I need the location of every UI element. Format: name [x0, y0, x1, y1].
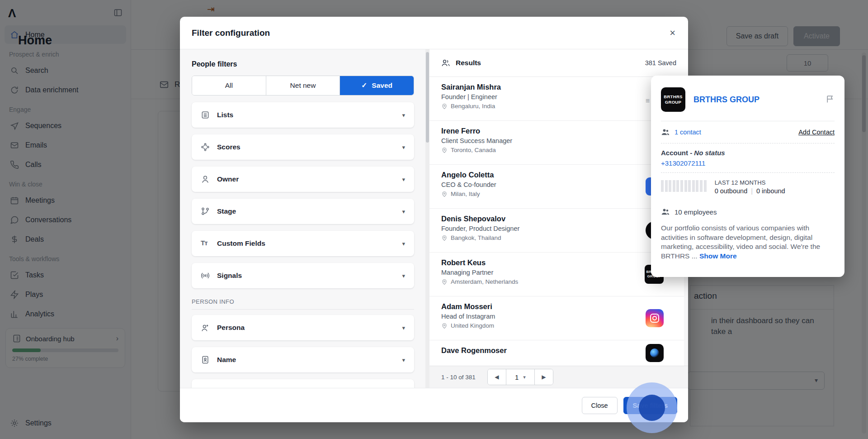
person-name: Irene Ferro: [441, 127, 656, 135]
person-row[interactable]: Robert Keus Managing Partner Amsterdam, …: [429, 253, 688, 296]
filter-label: Name: [217, 356, 236, 364]
next-page-button[interactable]: ▶: [535, 369, 553, 385]
results-saved-count: 381 Saved: [645, 59, 676, 67]
filter-configuration-modal: Filter configuration × People filters Al…: [180, 17, 688, 422]
tab-saved[interactable]: ✓ Saved: [340, 76, 414, 95]
filter-signals[interactable]: Signals ▾: [192, 263, 414, 288]
person-info-section-label: PERSON INFO: [192, 298, 414, 310]
company-popup-card: BRTHRSGROUP BRTHRS GROUP 1 contact Add C…: [651, 76, 844, 277]
pagination-bar: 1 - 10 of 381 ◀ 1 ▾ ▶: [429, 366, 688, 388]
check-icon: ✓: [361, 81, 367, 90]
contacts-count: 1 contact: [675, 129, 701, 136]
show-more-link[interactable]: Show More: [699, 252, 737, 260]
chart-caption: LAST 12 MONTHS: [715, 179, 785, 186]
tab-saved-label: Saved: [372, 81, 392, 90]
person-title: Head of Instagram: [441, 313, 656, 320]
filter-label: Stage: [217, 207, 236, 215]
filter-scores[interactable]: Scores ▾: [192, 134, 414, 160]
stage-icon: [201, 207, 210, 216]
person-location: Bengaluru, India: [451, 103, 495, 110]
filter-stage[interactable]: Stage ▾: [192, 199, 414, 224]
person-row[interactable]: Denis Shepovalov Founder, Product Design…: [429, 209, 688, 253]
person-location: Toronto, Canada: [451, 147, 496, 153]
person-row[interactable]: Sairanjan Mishra Founder | Engineer Beng…: [429, 77, 688, 121]
employees-count: 10 employees: [675, 208, 717, 216]
logo-text: GROUP: [665, 100, 681, 105]
person-row[interactable]: Dave Rogenmoser: [429, 340, 688, 366]
close-button[interactable]: Close: [582, 397, 618, 414]
employees-row: 10 employees: [661, 196, 835, 219]
instagram-logo[interactable]: [646, 309, 664, 327]
page-select[interactable]: 1 ▾: [506, 369, 535, 385]
brthrs-group-logo: BRTHRSGROUP: [661, 87, 685, 112]
divider: |: [751, 187, 753, 195]
chevron-down-icon: ▾: [402, 112, 405, 119]
chevron-down-icon: ▾: [402, 144, 405, 151]
contacts-row: 1 contact Add Contact: [661, 121, 835, 143]
add-contact-link[interactable]: Add Contact: [798, 129, 835, 136]
person-location: Bangkok, Thailand: [451, 234, 501, 241]
people-list: Sairanjan Mishra Founder | Engineer Beng…: [429, 77, 688, 366]
location-pin-icon: [441, 147, 448, 153]
name-icon: [201, 355, 210, 364]
chevron-down-icon: ▾: [523, 374, 526, 380]
account-label: Account -: [661, 149, 694, 157]
person-location: Amsterdam, Netherlands: [451, 278, 518, 285]
chevron-down-icon: ▾: [402, 272, 405, 279]
person-title: Founder, Product Designer: [441, 225, 656, 232]
filter-persona[interactable]: Persona ▾: [192, 315, 414, 340]
filter-label: Signals: [217, 272, 242, 280]
chevron-down-icon: ▾: [402, 176, 405, 183]
person-name: Adam Mosseri: [441, 302, 656, 311]
results-heading: Results: [456, 59, 481, 67]
company-name-link[interactable]: BRTHRS GROUP: [693, 95, 760, 105]
jasper-logo[interactable]: [646, 344, 664, 362]
location-pin-icon: [441, 235, 448, 241]
person-name: Sairanjan Mishra: [441, 83, 656, 91]
save-filters-button[interactable]: Save filters: [623, 397, 677, 414]
contacts-link[interactable]: 1 contact: [661, 128, 701, 137]
phone-link[interactable]: +31302072111: [661, 159, 835, 167]
list-lines-icon: ≡: [646, 97, 650, 105]
app-root: Λ Home Prospect & enrich Search Data enr…: [0, 0, 868, 439]
scrollbar-thumb[interactable]: [426, 52, 429, 143]
pagination-range: 1 - 10 of 381: [441, 374, 476, 381]
current-page: 1: [515, 373, 519, 381]
logo-swirl: [650, 348, 659, 358]
outbound-count: 0 outbound: [715, 187, 748, 195]
logo-text: BRTHRS: [664, 94, 682, 100]
tab-all[interactable]: All: [192, 76, 266, 95]
filter-partial[interactable]: [192, 379, 414, 388]
people-icon: [661, 128, 670, 137]
filter-lists[interactable]: Lists ▾: [192, 102, 414, 128]
filter-owner[interactable]: Owner ▾: [192, 167, 414, 192]
results-panel: Results 381 Saved Sairanjan Mishra Found…: [429, 49, 688, 388]
location-pin-icon: [441, 191, 448, 197]
results-header: Results 381 Saved: [429, 49, 688, 77]
activity-histogram: [661, 180, 707, 192]
prev-page-button[interactable]: ◀: [488, 369, 506, 385]
inbound-count: 0 inbound: [756, 187, 785, 195]
person-row[interactable]: Angelo Coletta CEO & Co-founder Milan, I…: [429, 165, 688, 209]
person-title: Founder | Engineer: [441, 93, 656, 100]
location-pin-icon: [441, 103, 448, 110]
filter-name[interactable]: Name ▾: [192, 347, 414, 372]
person-row[interactable]: Adam Mosseri Head of Instagram United Ki…: [429, 296, 688, 340]
flag-icon[interactable]: [826, 95, 835, 105]
popup-header: BRTHRSGROUP BRTHRS GROUP: [661, 76, 835, 121]
company-description: Our portfolio consists of various compan…: [661, 224, 835, 261]
account-status: No status: [694, 149, 725, 157]
filter-custom-fields[interactable]: Tт Custom Fields ▾: [192, 231, 414, 256]
filters-heading: People filters: [192, 60, 414, 68]
owner-icon: [201, 175, 210, 184]
person-row[interactable]: Irene Ferro Client Success Manager Toron…: [429, 121, 688, 165]
close-icon[interactable]: ×: [670, 28, 675, 38]
filter-label: Scores: [217, 143, 241, 151]
people-icon: [441, 58, 450, 67]
tab-net-new[interactable]: Net new: [266, 76, 340, 95]
chevron-down-icon: ▾: [402, 208, 405, 215]
filters-scrollbar[interactable]: [425, 49, 429, 388]
scores-icon: [201, 143, 210, 152]
person-location: United Kingdom: [451, 322, 494, 329]
filter-label: Owner: [217, 175, 239, 183]
